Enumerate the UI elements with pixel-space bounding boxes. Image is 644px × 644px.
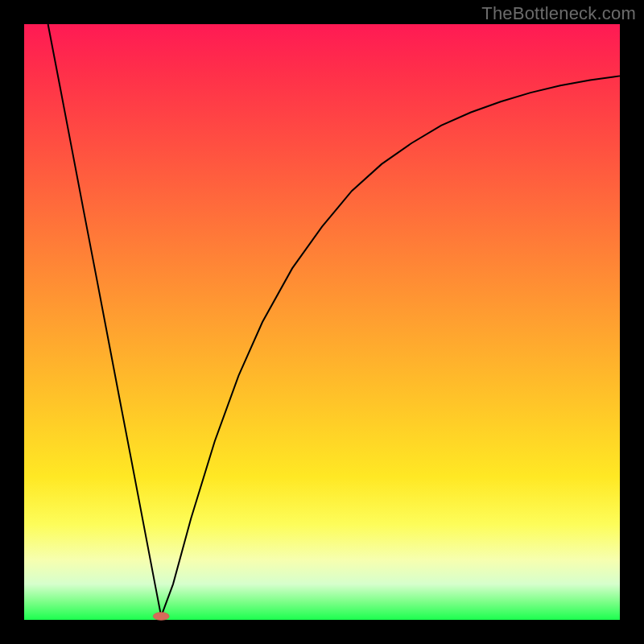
chart-frame: TheBottleneck.com [0, 0, 644, 644]
plot-area [24, 24, 620, 620]
curve-right-branch [161, 76, 620, 616]
curve-left-branch [48, 24, 162, 617]
curve-layer [24, 24, 620, 620]
minimum-marker [153, 613, 169, 621]
watermark-text: TheBottleneck.com [481, 3, 636, 24]
